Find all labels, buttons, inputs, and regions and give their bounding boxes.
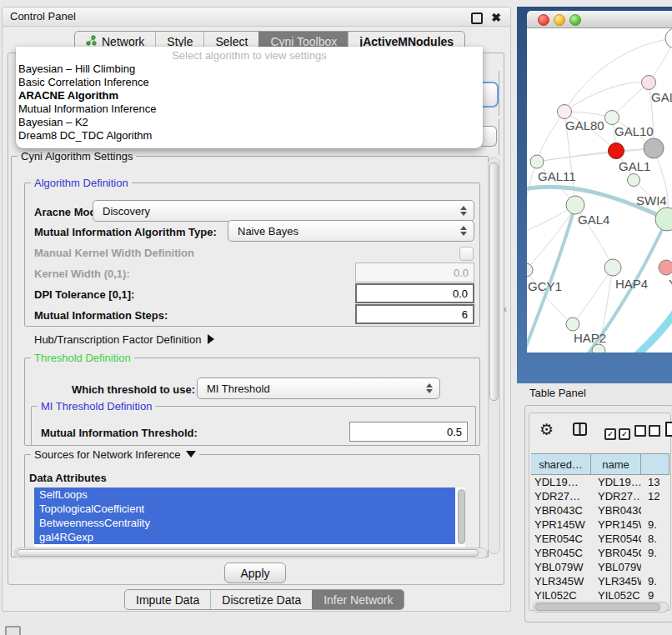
data-attribute-item[interactable]: gal4RGexp [34,530,455,544]
hub-transcription-section[interactable]: Hub/Transcription Factor Definition [34,333,214,346]
which-threshold-combo[interactable]: MI Threshold [197,378,440,399]
close-traffic-light[interactable] [538,14,549,26]
data-attributes-list[interactable]: SelfLoopsTopologicalCoefficientBetweenne… [34,488,465,548]
network-node-GAL80[interactable] [558,105,572,119]
aracne-mode-combo[interactable]: Discovery [93,200,474,222]
table-cell: YPR145W [531,518,591,532]
table-cell: 12 [641,489,669,503]
network-edge [564,82,649,112]
network-node-gal-truncated[interactable] [642,76,656,90]
column-layout-icon[interactable] [573,422,587,439]
network-canvas[interactable]: GALGAL80GAL10GAL1GAL11SWI4GAL4GCY1HAP4YH… [527,28,672,352]
network-node-red-node[interactable] [609,143,624,159]
network-node-HAP2[interactable] [566,318,579,331]
settings-vertical-scrollbar[interactable] [488,158,500,554]
table-horizontal-scrollbar[interactable] [533,602,669,612]
mi-steps-input[interactable]: 6 [355,304,474,324]
apply-button[interactable]: Apply [224,562,286,583]
data-attribute-item[interactable]: BetweennessCentrality [34,516,455,530]
network-node-y-truncated[interactable] [659,260,672,275]
network-node-GAL4[interactable] [566,196,584,214]
table-row[interactable]: YPR145WYPR145W9. [531,518,669,532]
network-node-hub-gray-node[interactable] [644,138,664,158]
manual-kernel-checkbox[interactable] [459,247,474,261]
which-threshold-label: Which threshold to use: [72,383,195,396]
mi-threshold-input[interactable]: 0.5 [349,422,468,442]
table-row[interactable]: YBR045CYBR045C9. [531,546,669,560]
collapse-arrow-icon[interactable] [186,451,196,458]
float-window-icon[interactable] [471,12,483,24]
table-cell: 13 [641,475,669,489]
network-node-corner-node[interactable] [665,28,672,48]
table-cell: YLR345W [591,574,641,588]
dpi-tolerance-input[interactable]: 0.0 [355,283,474,303]
table-cell: YBR045C [531,546,591,560]
table-column-header[interactable] [641,454,669,474]
table-row[interactable]: YDL19…YDL19…13 [531,475,669,489]
settings-horizontal-scrollbar-thumb[interactable] [17,549,479,557]
collapsed-panel-icon[interactable] [5,626,21,635]
table-cell: 9 [641,588,669,599]
file-export-icon[interactable] [665,422,672,440]
data-attribute-item[interactable]: SelfLoops [34,488,455,502]
table-row[interactable]: YBR043CYBR043C [531,503,669,518]
network-node-label: GAL10 [614,124,654,138]
aracne-mode-value: Discovery [103,205,150,218]
table-cell: YIL052C [531,588,591,599]
deselect-all-checkboxes-icon[interactable] [634,425,663,440]
network-node-SWI4[interactable] [655,208,672,231]
table-header-row: shared…name [531,454,669,475]
tab-infer-network[interactable]: Infer Network [312,590,404,609]
network-node-label: HAP4 [615,277,648,291]
table-cell [641,560,669,574]
settings-horizontal-scrollbar[interactable] [14,548,488,558]
expand-arrow-icon[interactable] [208,334,214,344]
settings-vertical-scrollbar-thumb[interactable] [489,162,499,401]
cyni-algorithm-settings-title: Cyni Algorithm Settings [18,150,136,162]
table-cell: YBR043C [591,503,641,518]
stepper-icon [426,383,433,393]
select-all-checkboxes-icon[interactable]: ✓✓ [604,425,633,440]
table-row[interactable]: YDR27…YDR27…12 [531,489,669,503]
network-node-GAL10[interactable] [605,111,619,125]
which-threshold-value: MI Threshold [207,382,270,395]
inference-algorithm-combo-fragment[interactable] [482,82,499,108]
network-window-titlebar[interactable] [527,11,672,28]
algorithm-option[interactable]: ARACNE Algorithm [16,89,483,102]
tab-discretize-data[interactable]: Discretize Data [210,590,312,609]
attributes-list-scrollbar[interactable] [458,489,465,544]
table-cell: YDR27… [531,489,591,503]
network-node-label: GAL [651,90,672,104]
table-column-header[interactable]: name [591,454,641,474]
gear-icon[interactable]: ⚙ [539,420,554,439]
table-row[interactable]: YLR345WYLR345W9. [531,574,669,588]
network-node-GCY1[interactable] [527,263,533,277]
network-node-HAP4[interactable] [604,259,621,276]
table-cell: YBR043C [531,503,591,518]
tab-impute-data[interactable]: Impute Data [125,590,210,609]
data-attribute-item[interactable]: TopologicalCoefficient [34,502,455,516]
algorithm-option[interactable]: Dream8 DC_TDC Algorithm [16,129,483,142]
table-row[interactable]: YBL079WYBL079W [531,560,669,574]
group-border-fragment [499,71,499,116]
table-cell: 9. [641,518,669,532]
mi-type-combo[interactable]: Naive Bayes [228,220,474,242]
algorithm-option[interactable]: Bayesian – K2 [16,116,483,129]
network-node-label: HAP2 [574,331,606,345]
network-node-GAL11[interactable] [530,155,544,168]
network-node-label: GAL1 [619,159,650,173]
hub-transcription-label: Hub/Transcription Factor Definition [34,333,201,346]
minimize-traffic-light[interactable] [554,14,565,26]
panel-divider-arrow[interactable]: ‹ [504,303,507,315]
algorithm-option[interactable]: Basic Correlation Inference [16,76,483,89]
table-row[interactable]: YIL052CYIL052C9 [531,588,669,599]
network-node-GAL1[interactable] [628,174,640,187]
algorithm-option[interactable]: Mutual Information Inference [16,102,483,116]
table-horizontal-scrollbar-thumb[interactable] [535,603,660,611]
algorithm-option[interactable]: Bayesian – Hill Climbing [16,62,483,76]
tab-impute-data-label: Impute Data [136,593,199,607]
close-icon[interactable]: ✖ [491,8,501,27]
zoom-traffic-light[interactable] [569,14,581,26]
table-column-header[interactable]: shared… [531,454,591,474]
table-row[interactable]: YER054CYER054C8. [531,532,669,546]
